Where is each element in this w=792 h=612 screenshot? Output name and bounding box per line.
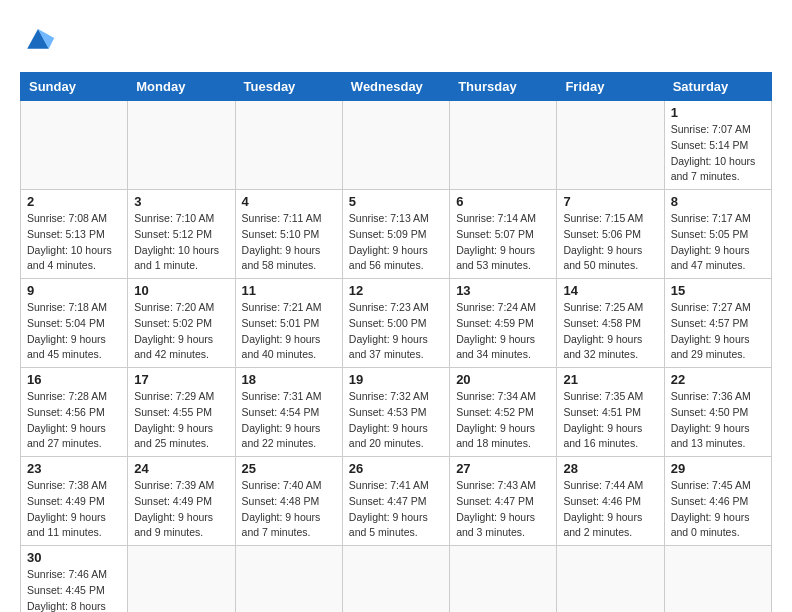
- day-info: Sunrise: 7:14 AM Sunset: 5:07 PM Dayligh…: [456, 211, 550, 274]
- weekday-header-wednesday: Wednesday: [342, 73, 449, 101]
- day-number: 14: [563, 283, 657, 298]
- calendar-week-4: 23Sunrise: 7:38 AM Sunset: 4:49 PM Dayli…: [21, 457, 772, 546]
- calendar-cell: 22Sunrise: 7:36 AM Sunset: 4:50 PM Dayli…: [664, 368, 771, 457]
- weekday-header-row: SundayMondayTuesdayWednesdayThursdayFrid…: [21, 73, 772, 101]
- day-info: Sunrise: 7:32 AM Sunset: 4:53 PM Dayligh…: [349, 389, 443, 452]
- day-info: Sunrise: 7:44 AM Sunset: 4:46 PM Dayligh…: [563, 478, 657, 541]
- day-info: Sunrise: 7:17 AM Sunset: 5:05 PM Dayligh…: [671, 211, 765, 274]
- calendar-cell: 1Sunrise: 7:07 AM Sunset: 5:14 PM Daylig…: [664, 101, 771, 190]
- weekday-header-friday: Friday: [557, 73, 664, 101]
- day-info: Sunrise: 7:34 AM Sunset: 4:52 PM Dayligh…: [456, 389, 550, 452]
- day-number: 9: [27, 283, 121, 298]
- day-info: Sunrise: 7:29 AM Sunset: 4:55 PM Dayligh…: [134, 389, 228, 452]
- day-info: Sunrise: 7:27 AM Sunset: 4:57 PM Dayligh…: [671, 300, 765, 363]
- weekday-header-tuesday: Tuesday: [235, 73, 342, 101]
- calendar-cell: 2Sunrise: 7:08 AM Sunset: 5:13 PM Daylig…: [21, 190, 128, 279]
- calendar-cell: 17Sunrise: 7:29 AM Sunset: 4:55 PM Dayli…: [128, 368, 235, 457]
- calendar-cell: 18Sunrise: 7:31 AM Sunset: 4:54 PM Dayli…: [235, 368, 342, 457]
- day-number: 13: [456, 283, 550, 298]
- calendar-cell: 8Sunrise: 7:17 AM Sunset: 5:05 PM Daylig…: [664, 190, 771, 279]
- calendar-cell: [21, 101, 128, 190]
- calendar-cell: 29Sunrise: 7:45 AM Sunset: 4:46 PM Dayli…: [664, 457, 771, 546]
- calendar-cell: [235, 546, 342, 613]
- day-info: Sunrise: 7:43 AM Sunset: 4:47 PM Dayligh…: [456, 478, 550, 541]
- calendar-cell: 30Sunrise: 7:46 AM Sunset: 4:45 PM Dayli…: [21, 546, 128, 613]
- calendar-cell: 16Sunrise: 7:28 AM Sunset: 4:56 PM Dayli…: [21, 368, 128, 457]
- calendar-week-0: 1Sunrise: 7:07 AM Sunset: 5:14 PM Daylig…: [21, 101, 772, 190]
- calendar-cell: 15Sunrise: 7:27 AM Sunset: 4:57 PM Dayli…: [664, 279, 771, 368]
- day-number: 26: [349, 461, 443, 476]
- calendar-cell: 5Sunrise: 7:13 AM Sunset: 5:09 PM Daylig…: [342, 190, 449, 279]
- day-number: 19: [349, 372, 443, 387]
- day-number: 2: [27, 194, 121, 209]
- day-info: Sunrise: 7:25 AM Sunset: 4:58 PM Dayligh…: [563, 300, 657, 363]
- calendar-cell: 11Sunrise: 7:21 AM Sunset: 5:01 PM Dayli…: [235, 279, 342, 368]
- day-info: Sunrise: 7:08 AM Sunset: 5:13 PM Dayligh…: [27, 211, 121, 274]
- day-number: 25: [242, 461, 336, 476]
- day-number: 24: [134, 461, 228, 476]
- calendar-cell: [128, 546, 235, 613]
- day-number: 12: [349, 283, 443, 298]
- weekday-header-sunday: Sunday: [21, 73, 128, 101]
- weekday-header-monday: Monday: [128, 73, 235, 101]
- calendar-cell: [235, 101, 342, 190]
- day-number: 18: [242, 372, 336, 387]
- weekday-header-saturday: Saturday: [664, 73, 771, 101]
- day-info: Sunrise: 7:23 AM Sunset: 5:00 PM Dayligh…: [349, 300, 443, 363]
- calendar-week-1: 2Sunrise: 7:08 AM Sunset: 5:13 PM Daylig…: [21, 190, 772, 279]
- day-info: Sunrise: 7:40 AM Sunset: 4:48 PM Dayligh…: [242, 478, 336, 541]
- day-number: 30: [27, 550, 121, 565]
- day-info: Sunrise: 7:13 AM Sunset: 5:09 PM Dayligh…: [349, 211, 443, 274]
- calendar-cell: 25Sunrise: 7:40 AM Sunset: 4:48 PM Dayli…: [235, 457, 342, 546]
- calendar-cell: 23Sunrise: 7:38 AM Sunset: 4:49 PM Dayli…: [21, 457, 128, 546]
- day-number: 28: [563, 461, 657, 476]
- day-number: 29: [671, 461, 765, 476]
- day-number: 16: [27, 372, 121, 387]
- day-number: 10: [134, 283, 228, 298]
- day-number: 8: [671, 194, 765, 209]
- calendar-cell: [664, 546, 771, 613]
- calendar-cell: [342, 546, 449, 613]
- day-number: 5: [349, 194, 443, 209]
- calendar-cell: 9Sunrise: 7:18 AM Sunset: 5:04 PM Daylig…: [21, 279, 128, 368]
- logo-icon: [20, 20, 56, 56]
- day-number: 17: [134, 372, 228, 387]
- calendar-cell: 28Sunrise: 7:44 AM Sunset: 4:46 PM Dayli…: [557, 457, 664, 546]
- day-info: Sunrise: 7:38 AM Sunset: 4:49 PM Dayligh…: [27, 478, 121, 541]
- day-info: Sunrise: 7:21 AM Sunset: 5:01 PM Dayligh…: [242, 300, 336, 363]
- calendar-cell: 4Sunrise: 7:11 AM Sunset: 5:10 PM Daylig…: [235, 190, 342, 279]
- day-info: Sunrise: 7:45 AM Sunset: 4:46 PM Dayligh…: [671, 478, 765, 541]
- calendar-cell: 20Sunrise: 7:34 AM Sunset: 4:52 PM Dayli…: [450, 368, 557, 457]
- calendar-table: SundayMondayTuesdayWednesdayThursdayFrid…: [20, 72, 772, 612]
- day-number: 6: [456, 194, 550, 209]
- day-info: Sunrise: 7:11 AM Sunset: 5:10 PM Dayligh…: [242, 211, 336, 274]
- calendar-cell: 10Sunrise: 7:20 AM Sunset: 5:02 PM Dayli…: [128, 279, 235, 368]
- day-number: 4: [242, 194, 336, 209]
- calendar-cell: 6Sunrise: 7:14 AM Sunset: 5:07 PM Daylig…: [450, 190, 557, 279]
- day-info: Sunrise: 7:41 AM Sunset: 4:47 PM Dayligh…: [349, 478, 443, 541]
- day-number: 20: [456, 372, 550, 387]
- calendar-cell: [128, 101, 235, 190]
- day-number: 7: [563, 194, 657, 209]
- calendar-cell: 13Sunrise: 7:24 AM Sunset: 4:59 PM Dayli…: [450, 279, 557, 368]
- calendar-cell: [342, 101, 449, 190]
- day-info: Sunrise: 7:07 AM Sunset: 5:14 PM Dayligh…: [671, 122, 765, 185]
- day-number: 1: [671, 105, 765, 120]
- day-number: 21: [563, 372, 657, 387]
- calendar-cell: 19Sunrise: 7:32 AM Sunset: 4:53 PM Dayli…: [342, 368, 449, 457]
- day-info: Sunrise: 7:31 AM Sunset: 4:54 PM Dayligh…: [242, 389, 336, 452]
- calendar-cell: 7Sunrise: 7:15 AM Sunset: 5:06 PM Daylig…: [557, 190, 664, 279]
- weekday-header-thursday: Thursday: [450, 73, 557, 101]
- calendar-cell: 3Sunrise: 7:10 AM Sunset: 5:12 PM Daylig…: [128, 190, 235, 279]
- calendar-cell: 24Sunrise: 7:39 AM Sunset: 4:49 PM Dayli…: [128, 457, 235, 546]
- day-number: 22: [671, 372, 765, 387]
- day-info: Sunrise: 7:20 AM Sunset: 5:02 PM Dayligh…: [134, 300, 228, 363]
- day-info: Sunrise: 7:18 AM Sunset: 5:04 PM Dayligh…: [27, 300, 121, 363]
- logo: [20, 20, 62, 56]
- day-info: Sunrise: 7:35 AM Sunset: 4:51 PM Dayligh…: [563, 389, 657, 452]
- calendar-cell: [557, 101, 664, 190]
- day-info: Sunrise: 7:36 AM Sunset: 4:50 PM Dayligh…: [671, 389, 765, 452]
- calendar-week-5: 30Sunrise: 7:46 AM Sunset: 4:45 PM Dayli…: [21, 546, 772, 613]
- day-info: Sunrise: 7:46 AM Sunset: 4:45 PM Dayligh…: [27, 567, 121, 612]
- calendar-cell: [450, 546, 557, 613]
